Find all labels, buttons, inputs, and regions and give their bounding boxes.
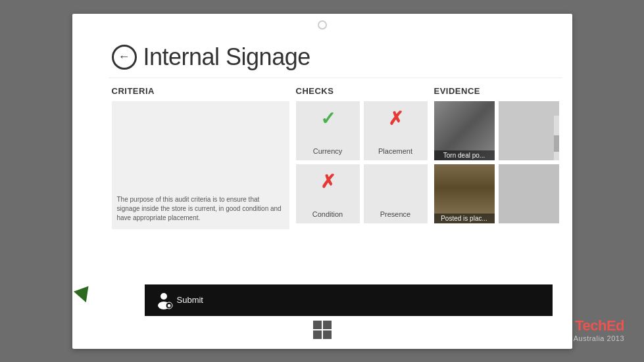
- bottom-bar: ⚙ Submit: [145, 284, 553, 316]
- evidence-label: EVIDENCE: [434, 86, 559, 96]
- pass-icon: ✓: [320, 108, 335, 129]
- criteria-description: The purpose of this audit criteria is to…: [117, 195, 284, 223]
- check-label-condition: Condition: [312, 210, 343, 218]
- check-label-presence: Presence: [380, 210, 410, 218]
- scrollbar-thumb[interactable]: [554, 135, 559, 152]
- page-header: ← Internal Signage: [109, 37, 562, 78]
- evidence-item-3[interactable]: Posted is plac...: [434, 164, 495, 223]
- evidence-grid: Torn deal po... Posted is plac...: [434, 101, 559, 223]
- criteria-column: CRITERIA The purpose of this audit crite…: [112, 86, 289, 308]
- teched-name-part1: Tech: [575, 317, 607, 334]
- scrollbar-track[interactable]: [554, 116, 559, 160]
- check-item-currency[interactable]: ✓ Currency: [296, 101, 360, 160]
- win-sq-1: [313, 321, 322, 329]
- checks-column: CHECKS ✓ Currency ✗ Placement ✗ Condi: [296, 86, 428, 308]
- page-title: Internal Signage: [143, 43, 310, 71]
- teched-name-part2: Ed: [607, 317, 624, 334]
- fail-icon-placement: ✗: [388, 108, 403, 129]
- evidence-column: EVIDENCE Torn deal po... Posted: [434, 86, 559, 308]
- check-item-presence[interactable]: Presence: [364, 164, 428, 223]
- win-sq-4: [323, 330, 332, 339]
- screen: ← Internal Signage CRITERIA The purpose …: [0, 0, 644, 362]
- svg-text:⚙: ⚙: [167, 304, 171, 308]
- svg-point-0: [161, 293, 167, 300]
- evidence-label-1: Torn deal po...: [434, 150, 495, 160]
- criteria-label: CRITERIA: [112, 86, 289, 96]
- main-content: CRITERIA The purpose of this audit crite…: [109, 78, 562, 311]
- check-item-condition[interactable]: ✗ Condition: [296, 164, 360, 223]
- submit-label: Submit: [177, 295, 203, 305]
- submit-button[interactable]: ⚙ Submit: [155, 291, 203, 309]
- back-arrow-icon: ←: [118, 50, 130, 64]
- camera: [318, 20, 327, 30]
- tablet-content: ← Internal Signage CRITERIA The purpose …: [109, 37, 562, 316]
- win-sq-3: [313, 330, 322, 339]
- criteria-box: The purpose of this audit criteria is to…: [112, 101, 289, 229]
- evidence-item-4[interactable]: [499, 164, 559, 223]
- check-item-placement[interactable]: ✗ Placement: [364, 101, 428, 160]
- evidence-item-1[interactable]: Torn deal po...: [434, 101, 495, 160]
- fail-icon-condition: ✗: [320, 171, 335, 192]
- teched-sub: Australia 2013: [574, 334, 624, 342]
- evidence-label-3: Posted is plac...: [434, 214, 495, 223]
- checks-label: CHECKS: [296, 86, 428, 96]
- evidence-item-2[interactable]: [499, 101, 559, 160]
- person-icon: ⚙: [155, 291, 173, 309]
- check-label-placement: Placement: [378, 147, 412, 155]
- teched-name: TechEd: [574, 317, 624, 334]
- check-label-currency: Currency: [313, 147, 343, 155]
- win-sq-2: [323, 321, 332, 329]
- checks-grid: ✓ Currency ✗ Placement ✗ Condition: [296, 101, 428, 223]
- back-button[interactable]: ←: [112, 45, 137, 70]
- windows-button[interactable]: [313, 321, 332, 339]
- teched-logo: TechEd Australia 2013: [574, 317, 624, 342]
- tablet: ← Internal Signage CRITERIA The purpose …: [72, 14, 572, 349]
